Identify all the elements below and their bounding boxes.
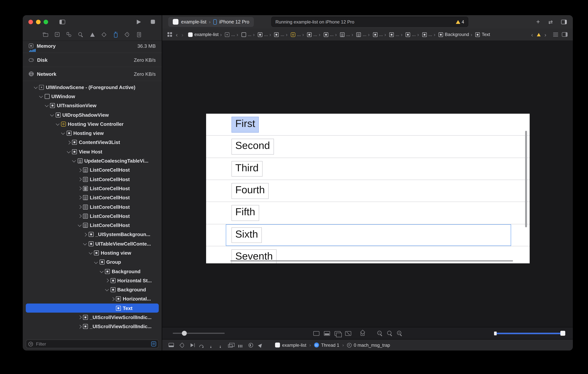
- gauge-row[interactable]: Memory 36.3 MB: [23, 39, 162, 53]
- navigator-tab-icon[interactable]: [135, 31, 143, 38]
- filter-options-button[interactable]: [151, 342, 156, 346]
- disclosure-triangle[interactable]: [111, 298, 115, 300]
- thread-label[interactable]: Thread 1: [321, 342, 339, 348]
- disclosure-triangle[interactable]: [78, 187, 82, 190]
- disclosure-triangle[interactable]: [45, 105, 49, 107]
- close-button[interactable]: [28, 20, 33, 24]
- process-label[interactable]: example-list: [282, 342, 306, 348]
- disclosure-triangle[interactable]: [78, 206, 82, 208]
- table-row[interactable]: Third: [206, 158, 530, 180]
- spacing-slider[interactable]: [173, 333, 225, 334]
- tree-row[interactable]: ListCoreCellHost: [26, 202, 159, 212]
- tree-row[interactable]: Hosting view: [26, 248, 159, 258]
- range-slider[interactable]: [494, 332, 565, 334]
- jumpbar-crumb[interactable]: › Text: [469, 32, 490, 37]
- zoom-out-button[interactable]: −: [377, 331, 383, 336]
- tree-row[interactable]: UIWindowScene - (Foreground Active): [26, 83, 159, 92]
- disclosure-triangle[interactable]: [67, 151, 71, 152]
- filter-input[interactable]: [35, 341, 149, 347]
- adjust-options-icon[interactable]: [553, 32, 558, 37]
- step-over[interactable]: [199, 345, 203, 347]
- breakpoints[interactable]: [179, 342, 185, 348]
- tree-row[interactable]: UITableViewCellConte...: [26, 239, 159, 248]
- disclosure-triangle[interactable]: [78, 215, 82, 217]
- memory-graph[interactable]: [238, 343, 243, 347]
- tree-row[interactable]: Group: [26, 257, 159, 267]
- view-mode-wireframes-button[interactable]: [313, 331, 319, 336]
- cell-label-bounds[interactable]: Fourth: [231, 183, 269, 199]
- stack-frame-label[interactable]: 0 mach_msg_trap: [354, 342, 390, 348]
- table-row[interactable]: Fifth: [206, 202, 530, 224]
- disclosure-triangle[interactable]: [105, 279, 109, 282]
- zoom-in-button[interactable]: +: [397, 331, 402, 336]
- table-row[interactable]: Sixth: [206, 224, 530, 246]
- jumpbar-crumb[interactable]: › ...: [383, 32, 399, 37]
- continue[interactable]: [190, 343, 193, 347]
- tree-row[interactable]: Hosting View Controller: [26, 119, 159, 129]
- activity-view[interactable]: Running example-list on iPhone 12 Pro 4: [271, 17, 468, 27]
- jumpbar-crumb[interactable]: › ...: [350, 32, 367, 37]
- tree-row[interactable]: ContentView3List: [26, 138, 159, 147]
- navigator-tab-icon[interactable]: [112, 31, 120, 38]
- jumpbar-crumb[interactable]: › ...: [367, 32, 383, 37]
- tree-row[interactable]: UITransitionView: [26, 101, 159, 110]
- warning-badge[interactable]: 4: [456, 20, 464, 24]
- tree-row[interactable]: _UISystemBackgroun...: [26, 230, 159, 239]
- jumpbar-crumb[interactable]: › ...: [416, 32, 432, 37]
- disclosure-triangle[interactable]: [89, 252, 93, 254]
- disclosure-triangle[interactable]: [78, 316, 82, 319]
- disclosure-triangle[interactable]: [83, 233, 87, 236]
- disclosure-triangle[interactable]: [105, 289, 109, 291]
- jumpbar-crumb[interactable]: › ...: [252, 32, 268, 37]
- disclosure-triangle[interactable]: [39, 96, 43, 97]
- jumpbar-crumb[interactable]: › Background: [432, 32, 469, 37]
- assistant-editor-icon[interactable]: [562, 32, 567, 37]
- tree-row[interactable]: _UIScrollViewScrollIndic...: [26, 313, 159, 322]
- view-mode-both-button[interactable]: [335, 331, 341, 336]
- tree-row[interactable]: _UIScrollViewScrollIndic...: [26, 322, 159, 331]
- navigator-toggle-icon[interactable]: [60, 20, 65, 24]
- disclosure-triangle[interactable]: [83, 243, 87, 245]
- disclosure-triangle[interactable]: [111, 307, 115, 310]
- zoom-button[interactable]: [43, 20, 48, 24]
- navigator-tab-icon[interactable]: [42, 31, 49, 38]
- tree-row[interactable]: Background: [26, 285, 159, 294]
- disclosure-triangle[interactable]: [72, 160, 76, 162]
- cell-label-bounds[interactable]: Fifth: [231, 205, 259, 221]
- step-into[interactable]: [209, 342, 213, 348]
- disclosure-triangle[interactable]: [56, 123, 60, 125]
- tree-row[interactable]: Hosting view: [26, 129, 159, 138]
- next-issue-button[interactable]: ›: [545, 32, 546, 37]
- table-row[interactable]: Second: [206, 136, 530, 158]
- jumpbar-crumb[interactable]: › ...: [284, 32, 301, 37]
- cell-label-bounds[interactable]: First: [231, 117, 259, 133]
- jumpbar-crumb[interactable]: › ...: [301, 32, 317, 37]
- disclosure-triangle[interactable]: [34, 86, 38, 88]
- disclosure-triangle[interactable]: [78, 224, 82, 226]
- table-row[interactable]: Fourth: [206, 180, 530, 202]
- zoom-actual-button[interactable]: [387, 331, 392, 336]
- range-slider-thumb[interactable]: [560, 331, 565, 336]
- view-mode-clipped-button[interactable]: [345, 331, 351, 336]
- tree-row[interactable]: ListCoreCellHost: [26, 165, 159, 175]
- hide-debug-area[interactable]: [168, 343, 174, 347]
- back-button[interactable]: ‹: [176, 32, 178, 37]
- navigator-tab-icon[interactable]: [88, 31, 96, 38]
- tree-row[interactable]: View Host: [26, 147, 159, 156]
- navigator-tab-icon[interactable]: [100, 31, 108, 38]
- editor-arrows-button[interactable]: [548, 18, 553, 25]
- disclosure-triangle[interactable]: [78, 196, 82, 199]
- inspectors-toggle-button[interactable]: [561, 20, 567, 24]
- tree-row[interactable]: UIDropShadowView: [26, 110, 159, 119]
- navigator-tab-icon[interactable]: [53, 31, 61, 38]
- cell-label-bounds[interactable]: Third: [231, 161, 262, 177]
- disclosure-triangle[interactable]: [61, 132, 65, 134]
- run-button[interactable]: [136, 20, 141, 24]
- jumpbar-crumb[interactable]: › ...: [399, 32, 416, 37]
- rendered-app-snapshot[interactable]: First Second Third Four: [206, 114, 530, 263]
- disclosure-triangle[interactable]: [50, 114, 54, 116]
- environment-overrides[interactable]: [248, 343, 253, 347]
- tree-row[interactable]: Background: [26, 267, 159, 276]
- tree-row[interactable]: ListCoreCellHost: [26, 221, 159, 230]
- jumpbar-crumb[interactable]: › ...: [235, 32, 252, 37]
